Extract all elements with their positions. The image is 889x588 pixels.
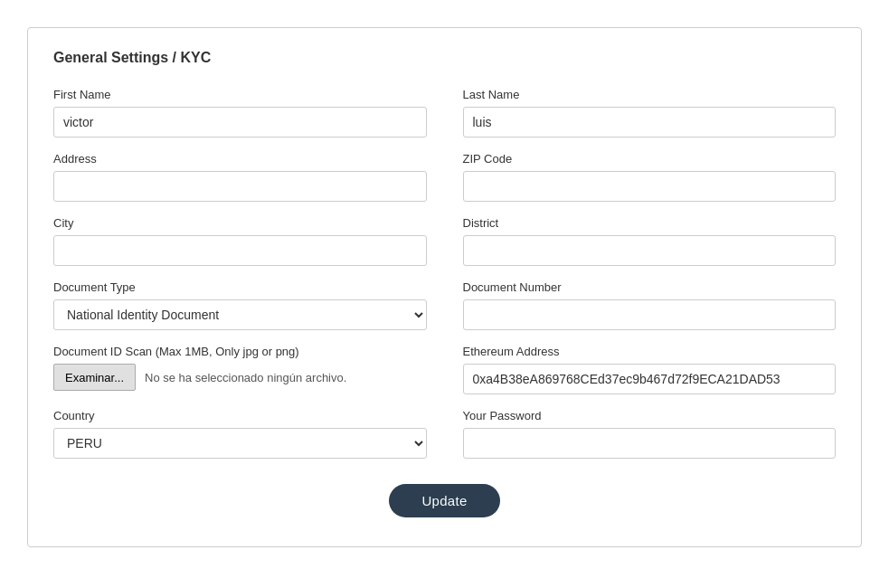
first-name-input[interactable]: [53, 107, 427, 138]
country-group: Country PERU USA ARGENTINA BRAZIL: [53, 409, 427, 459]
password-input[interactable]: [463, 428, 837, 459]
document-type-label: Document Type: [53, 280, 427, 294]
city-input[interactable]: [53, 235, 427, 266]
first-name-label: First Name: [53, 88, 427, 101]
file-no-selected-text: No se ha seleccionado ningún archivo.: [145, 371, 346, 384]
country-select[interactable]: PERU USA ARGENTINA BRAZIL: [53, 428, 427, 459]
address-group: Address: [53, 152, 427, 202]
document-number-label: Document Number: [463, 280, 837, 294]
last-name-group: Last Name: [463, 88, 837, 138]
city-label: City: [53, 216, 427, 230]
last-name-input[interactable]: [463, 107, 837, 138]
password-group: Your Password: [463, 409, 837, 459]
ethereum-address-input[interactable]: [463, 364, 837, 394]
last-name-label: Last Name: [463, 88, 837, 101]
document-type-select[interactable]: National Identity Document Passport Driv…: [53, 299, 427, 330]
zip-code-input[interactable]: [463, 171, 837, 202]
first-name-group: First Name: [53, 88, 427, 138]
file-browse-button[interactable]: Examinar...: [53, 364, 136, 391]
address-label: Address: [53, 152, 427, 166]
document-number-group: Document Number: [463, 280, 837, 330]
district-label: District: [463, 216, 837, 230]
update-button[interactable]: Update: [389, 484, 499, 517]
ethereum-address-label: Ethereum Address: [463, 345, 837, 358]
ethereum-address-group: Ethereum Address: [463, 345, 837, 394]
document-scan-label: Document ID Scan (Max 1MB, Only jpg or p…: [53, 345, 427, 358]
address-input[interactable]: [53, 171, 427, 202]
document-type-group: Document Type National Identity Document…: [53, 280, 427, 330]
city-group: City: [53, 216, 427, 266]
zip-code-label: ZIP Code: [463, 152, 837, 166]
district-input[interactable]: [463, 235, 837, 266]
zip-code-group: ZIP Code: [463, 152, 837, 202]
document-scan-group: Document ID Scan (Max 1MB, Only jpg or p…: [53, 345, 427, 394]
document-number-input[interactable]: [463, 299, 837, 330]
file-upload-row: Examinar... No se ha seleccionado ningún…: [53, 364, 427, 391]
submit-row: Update: [53, 484, 836, 517]
page-title: General Settings / KYC: [53, 50, 836, 66]
district-group: District: [463, 216, 837, 266]
password-label: Your Password: [463, 409, 837, 422]
country-label: Country: [53, 409, 427, 422]
